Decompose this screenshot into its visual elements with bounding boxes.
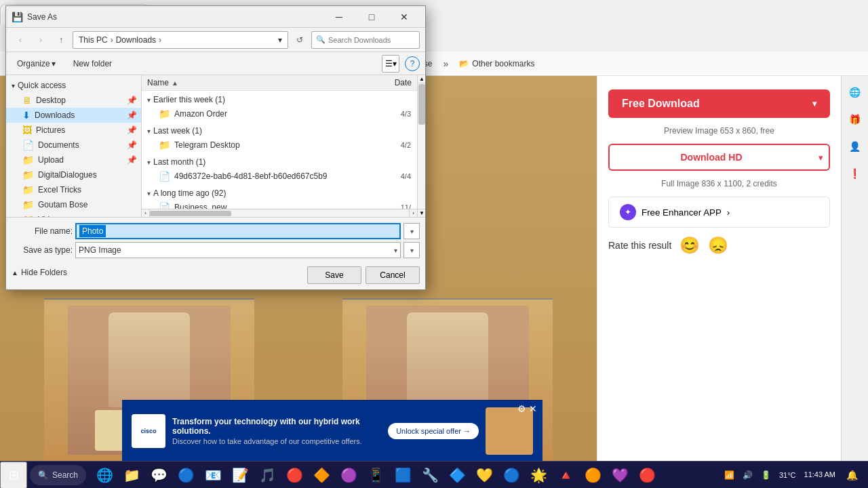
pictures-pin-icon: 📌	[127, 125, 137, 135]
taskbar-app-app18[interactable]: 🔴	[634, 462, 660, 488]
help-btn[interactable]: ?	[405, 56, 420, 71]
dialog-maximize-btn[interactable]: □	[356, 7, 387, 26]
dialog-up-btn[interactable]: ↑	[52, 31, 70, 49]
hscroll-left-btn[interactable]: ‹	[142, 209, 150, 218]
vertical-scrollbar[interactable]: ▲ ▼	[417, 75, 425, 217]
hscroll-track[interactable]	[150, 209, 409, 218]
translate-btn[interactable]: 🌐	[844, 81, 866, 103]
hide-folders-btn[interactable]: ▲ Hide Folders	[12, 268, 67, 277]
taskbar-app-mail[interactable]: 💬	[146, 462, 172, 488]
savetype-dropdown-btn[interactable]: ▾	[403, 242, 420, 258]
filename-dropdown-btn[interactable]: ▾	[403, 223, 420, 239]
group-long-ago[interactable]: ▾ A long time ago (92)	[142, 184, 417, 199]
taskbar-app-app17[interactable]: 💜	[607, 462, 633, 488]
panel-item-pictures[interactable]: 🖼 Pictures 📌	[6, 123, 141, 138]
sad-emoji-btn[interactable]: 😞	[708, 236, 728, 255]
file-item-uuid[interactable]: 📄 49d6372e-bab6-4d81-8ebf-b60ed667c5b9 4…	[142, 168, 417, 184]
taskbar-app-app13[interactable]: 🔵	[498, 462, 524, 488]
view-btn[interactable]: ☰▾	[382, 55, 399, 73]
col-name-header[interactable]: Name ▲	[147, 78, 357, 87]
organize-btn[interactable]: Organize ▾	[12, 57, 61, 70]
panel-item-documents[interactable]: 📄 Documents 📌	[6, 138, 141, 152]
download-hd-btn[interactable]: Download HD	[608, 144, 813, 171]
panel-item-digitaldialogues[interactable]: 📁 DigitalDialogues	[6, 167, 141, 182]
download-hd-dropdown-btn[interactable]: ▾	[813, 144, 830, 171]
horizontal-scrollbar[interactable]: ‹ ›	[142, 209, 417, 217]
panel-item-goutambose[interactable]: 📁 Goutam Bose	[6, 197, 141, 212]
scroll-thumb[interactable]	[418, 84, 425, 125]
dialog-forward-btn[interactable]: ›	[32, 31, 50, 49]
taskbar-app-app12[interactable]: 💛	[471, 462, 497, 488]
dialog-file-list[interactable]: Name ▲ Date ▾ Earlier this week (1) 📁 Am…	[142, 75, 417, 209]
filename-value[interactable]: Photo	[79, 225, 106, 237]
free-download-btn[interactable]: Free Download ▾	[608, 89, 830, 118]
scroll-up-btn[interactable]: ▲	[418, 75, 425, 83]
panel-item-exceltricks[interactable]: 📁 Excel Tricks	[6, 182, 141, 197]
ad-cta-btn[interactable]: Unlock special offer →	[388, 423, 479, 439]
savetype-select[interactable]: PNG Image ▾	[75, 242, 401, 258]
taskbar-app-app7[interactable]: 🟣	[336, 462, 361, 488]
taskbar-app-app14[interactable]: 🌟	[526, 462, 551, 488]
file-item-telegram[interactable]: 📁 Telegram Desktop 4/2	[142, 137, 417, 153]
taskbar-app-chrome[interactable]: 🌐	[92, 462, 117, 488]
bookmark-other[interactable]: 📂Other bookmarks	[454, 57, 540, 70]
taskbar-app-app16[interactable]: 🟠	[580, 462, 606, 488]
col-date-header[interactable]: Date	[357, 78, 412, 87]
taskbar-app-app15[interactable]: 🔺	[553, 462, 578, 488]
chrome-icon: 🌐	[96, 467, 113, 483]
taskbar-clock[interactable]: 11:43 AM	[802, 470, 838, 479]
notification-btn[interactable]: 🔔	[841, 462, 863, 488]
dialog-back-btn[interactable]: ‹	[12, 31, 29, 49]
panel-item-upload[interactable]: 📁 Upload 📌	[6, 152, 141, 167]
taskbar-app-app9[interactable]: 🟦	[390, 462, 416, 488]
taskbar-app-app8[interactable]: 📱	[363, 462, 389, 488]
happy-emoji-btn[interactable]: 😊	[679, 236, 700, 255]
taskbar-app-app1[interactable]: 🔵	[173, 462, 199, 488]
sidebar-btn2[interactable]: 👤	[844, 136, 866, 157]
file-item-business[interactable]: 📄 Business_new 11/	[142, 199, 417, 209]
amazon-file-date: 4/3	[357, 110, 411, 118]
search-input[interactable]	[328, 36, 415, 44]
downloads-pin-icon: 📌	[127, 110, 137, 120]
ad-options-icon[interactable]: ⚙	[517, 403, 526, 414]
sidebar-btn1[interactable]: 🎁	[844, 108, 866, 130]
quick-access-header[interactable]: ▾ Quick access	[6, 78, 141, 93]
taskbar-app-app2[interactable]: 📧	[200, 462, 226, 488]
enhancer-app-btn[interactable]: ✦ Free Enhancer APP ›	[608, 197, 830, 228]
cancel-btn[interactable]: Cancel	[366, 266, 420, 284]
group-expand-icon2: ▾	[147, 127, 151, 135]
hscroll-thumb[interactable]	[150, 211, 231, 216]
filename-input[interactable]: Photo	[75, 223, 401, 239]
taskbar-app-app11[interactable]: 🔷	[444, 462, 470, 488]
battery-icon[interactable]: 🔋	[758, 468, 774, 483]
new-folder-btn[interactable]: New folder	[66, 57, 119, 70]
hide-folders-chevron-icon: ▲	[12, 269, 18, 277]
taskbar-search-box[interactable]: 🔍 Search	[30, 465, 86, 485]
panel-item-desktop[interactable]: 🖥 Desktop 📌	[6, 93, 141, 108]
sidebar-btn3[interactable]: ❗	[844, 163, 866, 184]
start-btn[interactable]: ⊞	[0, 462, 27, 489]
group-last-month[interactable]: ▾ Last month (1)	[142, 153, 417, 168]
dialog-minimize-btn[interactable]: ─	[323, 7, 355, 26]
breadcrumb-path[interactable]: This PC › Downloads › ▾	[73, 31, 288, 49]
hscroll-right-btn[interactable]: ›	[409, 209, 417, 218]
file-item-amazon[interactable]: 📁 Amazon Order 4/3	[142, 106, 417, 122]
taskbar-app-app10[interactable]: 🔧	[417, 462, 443, 488]
panel-item-video[interactable]: 📁 Video	[6, 212, 141, 217]
taskbar-app-app4[interactable]: 🎵	[254, 462, 280, 488]
scroll-down-btn[interactable]: ▼	[418, 209, 425, 217]
group-earlier-this-week[interactable]: ▾ Earlier this week (1)	[142, 91, 417, 106]
dialog-refresh-btn[interactable]: ↺	[291, 31, 309, 49]
ad-close-icon[interactable]: ✕	[529, 403, 537, 414]
taskbar-app-app5[interactable]: 🔴	[281, 462, 307, 488]
dialog-close-btn[interactable]: ✕	[389, 7, 420, 26]
group-last-week[interactable]: ▾ Last week (1)	[142, 122, 417, 137]
taskbar-app-app3[interactable]: 📝	[227, 462, 253, 488]
taskbar-app-explorer[interactable]: 📁	[119, 462, 144, 488]
panel-item-downloads[interactable]: ⬇ Downloads 📌	[6, 108, 141, 123]
save-btn[interactable]: Save	[307, 266, 361, 284]
notification-icon: 🔔	[846, 470, 858, 481]
network-icon[interactable]: 📶	[722, 468, 737, 483]
taskbar-app-app6[interactable]: 🔶	[309, 462, 334, 488]
volume-icon[interactable]: 🔊	[740, 468, 755, 483]
